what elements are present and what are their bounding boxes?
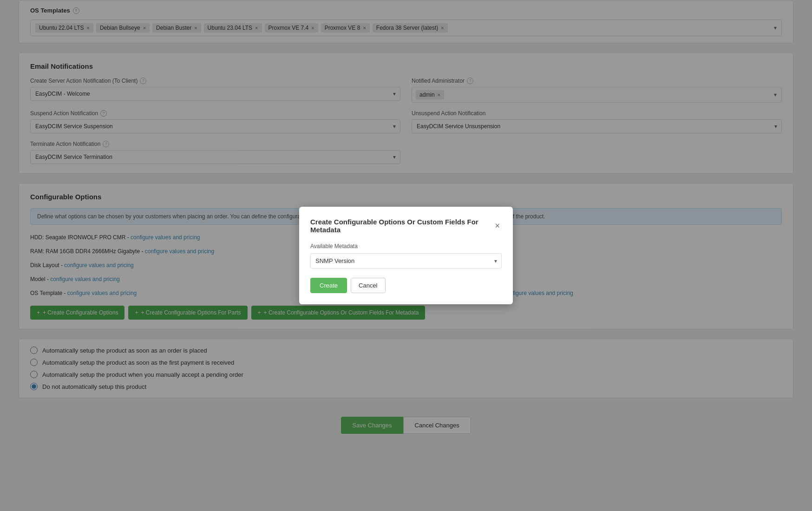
modal-dialog: Create Configurable Options Or Custom Fi… (299, 207, 513, 304)
modal-actions: Create Cancel (310, 278, 502, 293)
modal-title: Create Configurable Options Or Custom Fi… (310, 218, 493, 234)
modal-backdrop: Create Configurable Options Or Custom Fi… (0, 0, 812, 511)
modal-field-label: Available Metadata (310, 243, 502, 249)
modal-select-wrapper: SNMP Version Custom Field 1 Custom Field… (310, 253, 502, 269)
modal-header: Create Configurable Options Or Custom Fi… (310, 218, 502, 234)
page-wrapper: OS Templates ? Ubuntu 22.04 LTS × Debian… (0, 0, 812, 511)
modal-metadata-select[interactable]: SNMP Version Custom Field 1 Custom Field… (310, 253, 502, 269)
modal-create-button[interactable]: Create (310, 278, 347, 293)
modal-close-button[interactable]: × (493, 222, 502, 230)
modal-cancel-button[interactable]: Cancel (351, 278, 385, 293)
